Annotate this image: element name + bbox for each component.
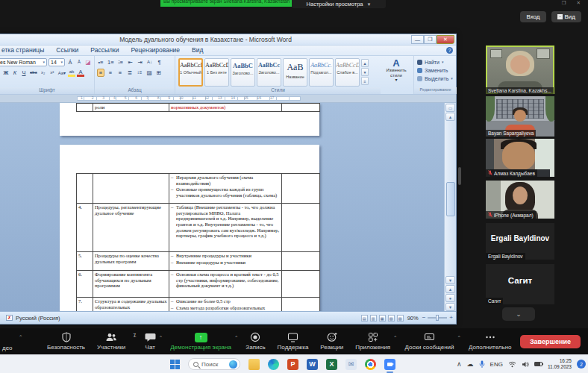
italic-button[interactable]: К <box>11 69 19 77</box>
login-button[interactable]: Вход <box>520 11 545 22</box>
participants-button[interactable]: Участники 7 <box>91 328 136 354</box>
more-participants-button[interactable]: ⌄ <box>502 307 535 321</box>
restore-button[interactable]: ❐ <box>424 35 437 44</box>
font-color-button[interactable]: A <box>77 69 84 77</box>
browse-object-button[interactable]: ● <box>445 294 455 302</box>
shading-button[interactable]: ▨ <box>146 69 153 77</box>
edge-icon[interactable] <box>268 359 279 370</box>
wifi-icon[interactable] <box>508 361 516 368</box>
align-center-button[interactable]: ≡ <box>107 69 114 77</box>
tab-view[interactable]: Вид <box>186 46 209 55</box>
minimize-button[interactable]: — <box>411 35 424 44</box>
powerpoint-icon[interactable]: P <box>287 359 298 370</box>
font-size-combo[interactable]: 14▾ <box>49 58 65 66</box>
underline-button[interactable]: Ч <box>20 69 28 77</box>
style-no-spacing[interactable]: AaBbCcDc 1 Без инте <box>204 58 229 87</box>
search-input[interactable]: Поиск <box>188 358 240 370</box>
increase-indent-button[interactable]: ⇥ <box>137 58 144 66</box>
word-titlebar[interactable]: Модель дуального обучения в Казахстане -… <box>0 34 456 46</box>
strikethrough-button[interactable]: abc <box>29 69 38 77</box>
print-layout-view-icon[interactable]: ▤ <box>361 315 368 322</box>
find-button[interactable]: Найти▾ <box>417 58 457 66</box>
whiteboards-button[interactable]: Доски сообщений <box>399 328 460 354</box>
web-view-icon[interactable]: ▦ <box>379 315 386 322</box>
file-explorer-icon[interactable] <box>248 359 260 370</box>
video-tile-sagit[interactable]: Сагит Сагит <box>486 264 554 304</box>
close-icon[interactable]: ✕ <box>577 0 581 6</box>
reactions-button[interactable]: Реакции <box>314 328 349 354</box>
restore-icon[interactable]: ❐ <box>562 0 566 6</box>
zoom-slider-thumb[interactable] <box>436 315 439 321</box>
style-subtle[interactable]: AaBbCcDa Слабое в... <box>335 58 360 87</box>
zoom-in-button[interactable]: + <box>449 315 453 321</box>
video-tile-iphone-akmaral[interactable]: iPhone (Акмарал) <box>486 181 554 219</box>
style-normal[interactable]: AaBbCcDc 1 Обычный <box>178 58 203 87</box>
numbering-button[interactable]: 1≡ <box>107 58 115 66</box>
horizontal-ruler[interactable]: 1 2 3 4 5 6 7 8 9 10 11 12 13 14 15 16 1… <box>0 95 456 103</box>
tab-mailings[interactable]: Рассылки <box>84 46 125 55</box>
ruler-toggle-icon[interactable]: ▭ <box>445 104 455 112</box>
style-heading2[interactable]: AaBbCc Заголово... <box>257 58 281 87</box>
battery-icon[interactable] <box>534 362 542 366</box>
decrease-indent-button[interactable]: ⇤ <box>127 58 134 66</box>
scroll-down-arrow[interactable]: ▼ <box>445 276 455 284</box>
shrink-font-button[interactable]: А̌ <box>75 58 83 66</box>
replace-button[interactable]: Заменить <box>417 66 457 74</box>
sidebar-resize-handle[interactable] <box>458 167 461 185</box>
help-icon[interactable]: ? <box>446 47 453 54</box>
chat-button[interactable]: Чат <box>139 328 162 354</box>
tab-review[interactable]: Рецензирование <box>125 46 186 55</box>
bold-button[interactable]: Ж <box>2 69 10 77</box>
tab-references[interactable]: Ссылки <box>50 46 84 55</box>
vertical-scrollbar[interactable]: ▭ ▲ ▼ ▲ ● ▼ <box>444 103 456 311</box>
style-scroll-up[interactable]: ▲ <box>361 59 369 67</box>
view-settings-button[interactable]: Настройки просмотра ▼ <box>292 0 386 8</box>
close-button[interactable]: ✕ <box>437 35 454 44</box>
select-button[interactable]: Выделить▾ <box>417 75 457 82</box>
scrollbar-thumb[interactable] <box>446 182 455 216</box>
borders-button[interactable]: ⊞ <box>155 69 163 77</box>
clear-formatting-icon[interactable]: ◪ <box>84 58 92 66</box>
onedrive-icon[interactable]: ☁ <box>467 361 474 368</box>
previous-page-button[interactable]: ▲ <box>445 285 455 293</box>
zoom-level[interactable]: 90% <box>407 315 419 322</box>
language-indicator[interactable]: ENG <box>490 361 503 368</box>
security-button[interactable]: Безопасность <box>41 328 91 354</box>
superscript-button[interactable]: x² <box>49 69 56 77</box>
multilevel-list-button[interactable]: ⁝≡ <box>117 58 125 66</box>
spellcheck-icon[interactable]: ✗ <box>6 315 13 321</box>
more-button[interactable]: Дополнительно <box>463 328 518 354</box>
outline-view-icon[interactable]: ▧ <box>388 315 395 322</box>
align-left-button[interactable]: ≡ <box>97 69 104 77</box>
change-case-button[interactable]: Aa▾ <box>57 69 66 77</box>
word-icon[interactable]: W <box>307 359 318 370</box>
grow-font-button[interactable]: А́ <box>66 58 74 66</box>
tray-expand-icon[interactable]: ∧ <box>457 361 462 368</box>
view-button[interactable]: Вид <box>551 11 581 22</box>
style-gallery-expand[interactable]: ≡ <box>361 77 369 85</box>
next-page-button[interactable]: ▼ <box>445 303 455 311</box>
video-button-partial[interactable]: део <box>2 345 13 351</box>
mic-icon[interactable] <box>479 360 485 369</box>
mail-icon[interactable]: ✉ <box>345 359 357 370</box>
video-options-chevron[interactable]: ⌃ <box>19 334 22 340</box>
notification-badge[interactable]: 2 <box>577 360 586 369</box>
clock[interactable]: 16:25 11.09.2023 <box>548 358 572 370</box>
excel-icon[interactable]: X <box>326 359 337 370</box>
support-button[interactable]: Поддержка <box>272 328 315 354</box>
scroll-up-arrow[interactable]: ▲ <box>445 113 455 121</box>
zoom-slider[interactable] <box>428 317 447 319</box>
line-spacing-button[interactable]: ↕≡ <box>136 69 143 77</box>
end-meeting-button[interactable]: Завершение <box>520 335 581 348</box>
tab-page-layout[interactable]: етка страницы <box>0 46 50 55</box>
share-screen-button[interactable]: Демонстрация экрана <box>164 328 237 354</box>
zoom-window-controls[interactable]: ❐ ✕ <box>562 0 581 6</box>
style-title[interactable]: АаВ Название <box>283 58 307 87</box>
record-button[interactable]: Запись <box>240 328 271 354</box>
sort-button[interactable]: А↓ <box>146 58 154 66</box>
draft-view-icon[interactable]: ▨ <box>397 315 404 322</box>
style-subtitle[interactable]: AaBbCc. Подзагол... <box>309 58 334 87</box>
align-right-button[interactable]: ≡ <box>116 69 124 77</box>
start-button[interactable] <box>170 360 180 369</box>
video-tile-svetlana[interactable]: Svetlana Karstina, Kazakhs... <box>486 46 554 94</box>
